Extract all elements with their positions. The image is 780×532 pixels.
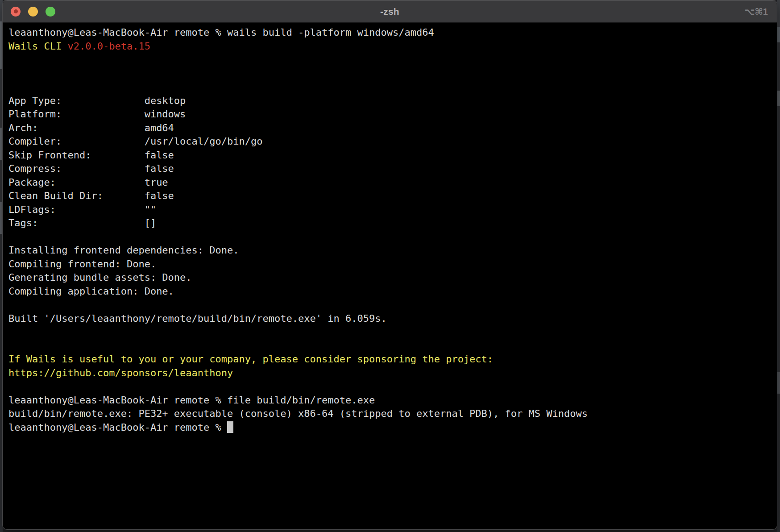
terminal-line: If Wails is useful to you or your compan… [8,353,774,366]
terminal-text: Compiler: /usr/local/go/bin/go [8,136,263,147]
terminal-text: leaanthony@Leas-MacBook-Air remote % wai… [8,27,434,38]
terminal-text: Platform: windows [8,108,186,120]
terminal-line: LDFlags: "" [8,203,774,217]
terminal-text: Installing frontend dependencies: Done. [8,245,239,256]
terminal-line: Wails CLI v2.0.0-beta.15 [8,40,774,54]
terminal-text: Skip Frontend: false [8,150,174,161]
terminal-text: Clean Build Dir: false [8,190,174,201]
terminal-line: Generating bundle assets: Done. [8,271,774,285]
terminal-output[interactable]: leaanthony@Leas-MacBook-Air remote % wai… [3,23,777,529]
terminal-line: Skip Frontend: false [8,149,774,162]
terminal-text: LDFlags: "" [8,204,156,215]
window-title: -zsh [3,0,777,23]
terminal-line: leaanthony@Leas-MacBook-Air remote % [8,421,774,435]
terminal-line [8,339,774,353]
terminal-text: Package: true [8,177,168,188]
terminal-line [8,298,774,312]
terminal-text: Arch: amd64 [8,122,174,133]
titlebar[interactable]: -zsh ⌥⌘1 [3,0,777,23]
terminal-text: leaanthony@Leas-MacBook-Air remote % fil… [8,395,375,406]
terminal-line [8,53,774,67]
terminal-window: -zsh ⌥⌘1 leaanthony@Leas-MacBook-Air rem… [3,0,777,529]
terminal-line: leaanthony@Leas-MacBook-Air remote % fil… [8,394,774,407]
desktop: -zsh ⌥⌘1 leaanthony@Leas-MacBook-Air rem… [0,0,780,532]
terminal-line: Package: true [8,176,774,190]
traffic-lights [11,0,55,23]
sponsor-url-link[interactable]: https://github.com/sponsors/leaanthony [8,367,233,378]
minimize-button[interactable] [28,7,38,17]
terminal-text: Tags: [] [8,217,156,229]
terminal-line: Built '/Users/leaanthony/remote/build/bi… [8,312,774,326]
background-window-sliver-right [777,0,780,532]
tab-shortcut-badge: ⌥⌘1 [744,0,768,23]
terminal-line [8,80,774,94]
terminal-line: Compiling frontend: Done. [8,258,774,271]
terminal-line [8,380,774,394]
terminal-text: Compress: false [8,163,174,174]
text-cursor [227,421,233,433]
terminal-text: App Type: desktop [8,95,186,106]
close-button[interactable] [11,7,21,17]
terminal-line: App Type: desktop [8,94,774,108]
close-button-dot [14,9,18,13]
terminal-text: Compiling frontend: Done. [8,258,156,270]
terminal-text: Generating bundle assets: Done. [8,272,192,283]
terminal-line [8,325,774,339]
terminal-text: build/bin/remote.exe: PE32+ executable (… [8,408,588,419]
terminal-line: Compiling application: Done. [8,285,774,299]
terminal-line: build/bin/remote.exe: PE32+ executable (… [8,407,774,421]
fullscreen-button[interactable] [46,7,55,17]
terminal-line: Clean Build Dir: false [8,189,774,203]
terminal-text: If Wails is useful to you or your compan… [8,353,493,365]
terminal-text: Compiling application: Done. [8,286,174,297]
terminal-line: Arch: amd64 [8,121,774,135]
terminal-line: https://github.com/sponsors/leaanthony [8,366,774,380]
terminal-line: Tags: [] [8,216,774,230]
terminal-line: Installing frontend dependencies: Done. [8,244,774,258]
terminal-line [8,67,774,81]
terminal-line: leaanthony@Leas-MacBook-Air remote % wai… [8,26,774,40]
terminal-line [8,230,774,244]
terminal-text: Wails CLI [8,41,67,52]
terminal-text: leaanthony@Leas-MacBook-Air remote % [8,422,227,433]
terminal-line: Platform: windows [8,108,774,121]
terminal-text: Built '/Users/leaanthony/remote/build/bi… [8,313,387,324]
terminal-line: Compress: false [8,162,774,176]
terminal-line: Compiler: /usr/local/go/bin/go [8,135,774,149]
terminal-text: v2.0.0-beta.15 [67,41,150,52]
